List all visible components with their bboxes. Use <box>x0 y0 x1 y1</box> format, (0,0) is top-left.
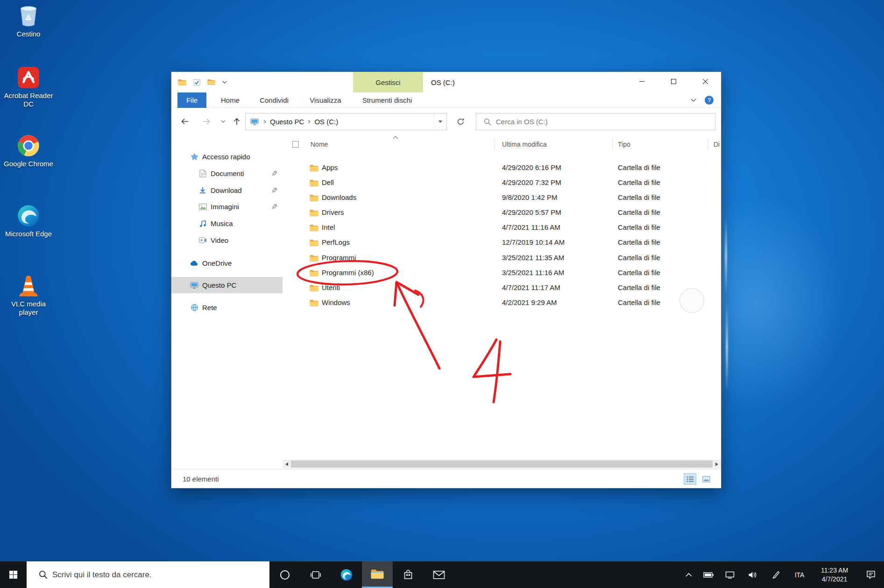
up-button[interactable] <box>231 116 243 127</box>
folder-icon <box>310 179 318 187</box>
tab-strumenti-dischi[interactable]: Strumenti dischi <box>353 92 422 108</box>
sidebar-item-onedrive[interactable]: OneDrive <box>171 255 283 271</box>
start-button[interactable] <box>0 561 27 588</box>
sidebar-item-rete[interactable]: Rete <box>171 299 283 316</box>
desktop-icon-chrome[interactable]: Google Chrome <box>4 134 53 168</box>
folder-icon <box>310 209 318 217</box>
forward-button[interactable] <box>200 116 212 127</box>
desktop-icon-label: VLC media player <box>4 300 53 317</box>
tab-condividi[interactable]: Condividi <box>250 92 298 108</box>
scrollbar-thumb[interactable] <box>291 460 713 468</box>
tray-action-center-button[interactable] <box>858 561 884 588</box>
back-button[interactable] <box>179 116 191 127</box>
file-row[interactable]: Downloads 9/8/2020 1:42 PM Cartella di f… <box>283 191 721 205</box>
new-folder-icon[interactable] <box>207 79 215 85</box>
sidebar-item-download[interactable]: Download <box>171 182 283 198</box>
horizontal-scrollbar[interactable] <box>283 460 721 468</box>
sidebar-item-immagini[interactable]: Immagini <box>171 198 283 215</box>
file-row[interactable]: PerfLogs 12/7/2019 10:14 AM Cartella di … <box>283 235 721 250</box>
minimize-button[interactable] <box>626 72 658 91</box>
close-button[interactable] <box>689 72 721 91</box>
desktop-icon-vlc[interactable]: VLC media player <box>4 274 53 317</box>
sidebar-item-video[interactable]: Video <box>171 232 283 248</box>
file-row[interactable]: Apps 4/29/2020 6:16 PM Cartella di file <box>283 161 721 176</box>
column-divider[interactable] <box>612 138 613 150</box>
column-divider[interactable] <box>494 138 495 150</box>
taskbar-search-input[interactable] <box>52 570 269 580</box>
refresh-icon <box>457 118 465 126</box>
taskbar-edge-button[interactable] <box>331 561 362 588</box>
properties-check-icon[interactable] <box>193 79 200 86</box>
file-row[interactable]: Drivers 4/29/2020 5:57 PM Cartella di fi… <box>283 205 721 220</box>
back-arrow-icon <box>181 118 189 125</box>
desktop-icon-acrobat[interactable]: Acrobat Reader DC <box>4 65 53 108</box>
sidebar-item-label: Immagini <box>211 203 239 211</box>
desktop-icon-label: Microsoft Edge <box>4 230 53 238</box>
thumbnail-view-button[interactable] <box>700 473 713 485</box>
sidebar-item-accesso-rapido[interactable]: Accesso rapido <box>171 149 283 165</box>
tab-home[interactable]: Home <box>216 92 245 108</box>
details-view-icon <box>686 476 694 482</box>
tray-volume-button[interactable] <box>741 561 764 588</box>
select-all-checkbox[interactable] <box>292 141 299 148</box>
file-row[interactable]: Utenti 4/7/2021 11:17 AM Cartella di fil… <box>283 281 721 296</box>
file-row[interactable]: Intel 4/7/2021 11:16 AM Cartella di file <box>283 220 721 235</box>
minimize-icon <box>639 81 644 82</box>
clock-time: 11:23 AM <box>821 566 848 575</box>
file-type: Cartella di file <box>618 223 660 231</box>
column-header-nome[interactable]: Nome <box>311 141 328 148</box>
recent-locations-dropdown[interactable] <box>217 116 229 127</box>
column-header-tipo[interactable]: Tipo <box>618 141 630 148</box>
breadcrumb-os-c[interactable]: OS (C:) <box>312 118 340 126</box>
column-header-ultima-modifica[interactable]: Ultima modifica <box>502 141 547 148</box>
sidebar-item-questo-pc[interactable]: Questo PC <box>171 277 283 293</box>
taskbar-store-button[interactable] <box>393 561 424 588</box>
sidebar-item-label: Rete <box>202 304 217 312</box>
triangle-right-icon <box>715 462 718 466</box>
collapse-ribbon-chevron-icon[interactable] <box>691 99 696 102</box>
breadcrumb-questo-pc[interactable]: Questo PC <box>268 118 306 126</box>
sidebar-item-musica[interactable]: Musica <box>171 215 283 232</box>
tray-pen-button[interactable] <box>764 561 788 588</box>
tray-show-hidden-icons-button[interactable] <box>679 561 698 588</box>
task-view-button[interactable] <box>300 561 331 588</box>
file-name: Programmi (x86) <box>322 269 374 276</box>
tray-network-button[interactable] <box>719 561 741 588</box>
desktop-icon-edge[interactable]: Microsoft Edge <box>4 204 53 238</box>
battery-icon <box>703 572 714 578</box>
file-row[interactable]: Programmi 3/25/2021 11:35 AM Cartella di… <box>283 251 721 266</box>
view-buttons <box>684 473 713 485</box>
details-view-button[interactable] <box>684 473 696 485</box>
sort-ascending-icon <box>393 136 398 139</box>
address-dropdown-button[interactable] <box>433 113 446 130</box>
search-input[interactable] <box>496 118 715 126</box>
pictures-icon <box>198 203 207 211</box>
tray-clock[interactable]: 11:23 AM 4/7/2021 <box>811 561 858 588</box>
scroll-right-arrow[interactable] <box>713 460 721 468</box>
context-tab-gestisci[interactable]: Gestisci <box>353 72 423 92</box>
tab-visualizza[interactable]: Visualizza <box>303 92 348 108</box>
taskbar-mail-button[interactable] <box>424 561 454 588</box>
customize-toolbar-chevron-icon[interactable] <box>222 81 227 84</box>
caption-buttons <box>626 72 721 91</box>
this-pc-icon <box>250 118 259 126</box>
quick-access-star-icon <box>190 153 198 161</box>
file-row[interactable]: Dell 4/29/2020 7:32 PM Cartella di file <box>283 176 721 191</box>
scroll-left-arrow[interactable] <box>283 460 291 468</box>
taskbar-file-explorer-button[interactable] <box>362 561 393 588</box>
tab-file[interactable]: File <box>177 92 206 108</box>
column-divider[interactable] <box>708 138 708 150</box>
cortana-button[interactable] <box>269 561 300 588</box>
file-row[interactable]: Windows 4/2/2021 9:29 AM Cartella di fil… <box>283 296 721 311</box>
file-type: Cartella di file <box>618 193 660 201</box>
sidebar-item-documenti[interactable]: Documenti <box>171 165 283 182</box>
file-row[interactable]: Programmi (x86) 3/25/2021 11:16 AM Carte… <box>283 266 721 281</box>
help-button[interactable]: ? <box>705 96 714 105</box>
tray-language-indicator[interactable]: ITA <box>788 561 811 588</box>
desktop-icon-recycle-bin[interactable]: Cestino <box>4 4 53 38</box>
refresh-button[interactable] <box>452 113 469 130</box>
tray-battery-button[interactable] <box>698 561 719 588</box>
maximize-button[interactable] <box>658 72 689 91</box>
address-bar[interactable]: Questo PC OS (C:) <box>245 113 447 130</box>
column-header-dimensione[interactable]: Di <box>714 141 720 148</box>
